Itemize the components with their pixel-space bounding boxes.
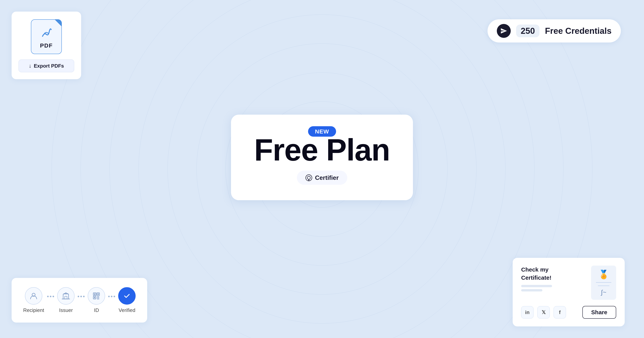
free-plan-card: NEW Free Plan Certifier bbox=[231, 115, 413, 200]
id-label: ID bbox=[94, 307, 99, 313]
check-cert-label: Check myCertificate! bbox=[521, 266, 586, 282]
export-btn-label: Export PDFs bbox=[34, 63, 64, 69]
svg-rect-11 bbox=[94, 297, 95, 298]
chain-item-id: ID bbox=[88, 287, 105, 313]
export-pdfs-button[interactable]: ↓ Export PDFs bbox=[18, 60, 74, 72]
share-card-text: Check myCertificate! bbox=[521, 266, 586, 300]
svg-rect-10 bbox=[98, 294, 99, 295]
verification-chain: Recipient Issuer bbox=[23, 287, 136, 313]
svg-rect-16 bbox=[97, 298, 98, 299]
download-icon: ↓ bbox=[29, 63, 32, 69]
svg-rect-2 bbox=[308, 179, 309, 181]
cert-thumb-line-2 bbox=[598, 286, 610, 286]
pdf-text-label: PDF bbox=[40, 42, 53, 49]
checkmark-icon bbox=[123, 292, 131, 300]
chain-item-issuer: Issuer bbox=[57, 287, 74, 313]
pdf-export-card: PDF ↓ Export PDFs bbox=[12, 12, 81, 79]
issuer-label: Issuer bbox=[59, 307, 73, 313]
medal-icon: 🏅 bbox=[598, 270, 609, 280]
share-card-top: Check myCertificate! 🏅 ∫~ bbox=[521, 266, 616, 300]
svg-rect-17 bbox=[98, 298, 99, 299]
pdf-icon-wrapper: PDF bbox=[31, 19, 62, 54]
certifier-logo-badge: Certifier bbox=[297, 171, 347, 185]
signature-icon: ∫~ bbox=[601, 289, 606, 296]
chain-dots-1 bbox=[47, 296, 54, 297]
share-card-bottom: in 𝕏 f Share bbox=[521, 306, 616, 319]
share-button[interactable]: Share bbox=[582, 306, 616, 319]
credentials-count: 250 bbox=[516, 24, 540, 37]
svg-rect-12 bbox=[97, 296, 98, 297]
chain-item-recipient: Recipient bbox=[23, 287, 44, 313]
svg-rect-15 bbox=[98, 298, 99, 298]
send-icon bbox=[500, 28, 507, 34]
send-icon-circle bbox=[497, 24, 511, 38]
issuer-icon bbox=[57, 287, 74, 304]
svg-point-1 bbox=[307, 176, 310, 179]
acrobat-icon bbox=[39, 25, 54, 42]
credentials-text: Free Credentials bbox=[545, 26, 612, 36]
certifier-logo-text: Certifier bbox=[315, 174, 339, 181]
svg-rect-5 bbox=[65, 296, 67, 299]
recipient-label: Recipient bbox=[23, 307, 44, 313]
new-badge: NEW bbox=[308, 126, 336, 137]
linkedin-button[interactable]: in bbox=[521, 306, 534, 318]
cert-thumbnail: 🏅 ∫~ bbox=[591, 266, 616, 300]
twitter-icon: 𝕏 bbox=[542, 310, 546, 316]
id-icon bbox=[88, 287, 105, 304]
verification-chain-card: Recipient Issuer bbox=[12, 278, 147, 322]
cert-lines bbox=[521, 285, 586, 292]
qr-icon bbox=[92, 292, 101, 300]
verified-icon bbox=[118, 287, 136, 304]
chain-dots-3 bbox=[108, 296, 115, 297]
svg-rect-9 bbox=[94, 294, 95, 295]
svg-rect-13 bbox=[98, 296, 99, 297]
twitter-button[interactable]: 𝕏 bbox=[537, 306, 550, 318]
certificate-share-card: Check myCertificate! 🏅 ∫~ in 𝕏 f Share bbox=[513, 258, 625, 326]
facebook-button[interactable]: f bbox=[554, 306, 566, 318]
recipient-icon bbox=[25, 287, 42, 304]
free-plan-title: Free Plan bbox=[254, 133, 390, 167]
chain-dots-2 bbox=[78, 296, 84, 297]
chain-item-verified: Verified bbox=[118, 287, 136, 313]
building-icon bbox=[62, 292, 70, 300]
linkedin-icon: in bbox=[525, 310, 530, 316]
certifier-logo-icon bbox=[306, 174, 312, 181]
cert-thumb-line-1 bbox=[596, 282, 611, 283]
facebook-icon: f bbox=[559, 310, 561, 316]
svg-rect-14 bbox=[97, 298, 98, 298]
person-icon bbox=[29, 292, 38, 300]
verified-label: Verified bbox=[118, 307, 136, 313]
cert-line-1 bbox=[521, 285, 552, 287]
credentials-badge: 250 Free Credentials bbox=[488, 19, 621, 42]
cert-line-2 bbox=[521, 289, 542, 292]
